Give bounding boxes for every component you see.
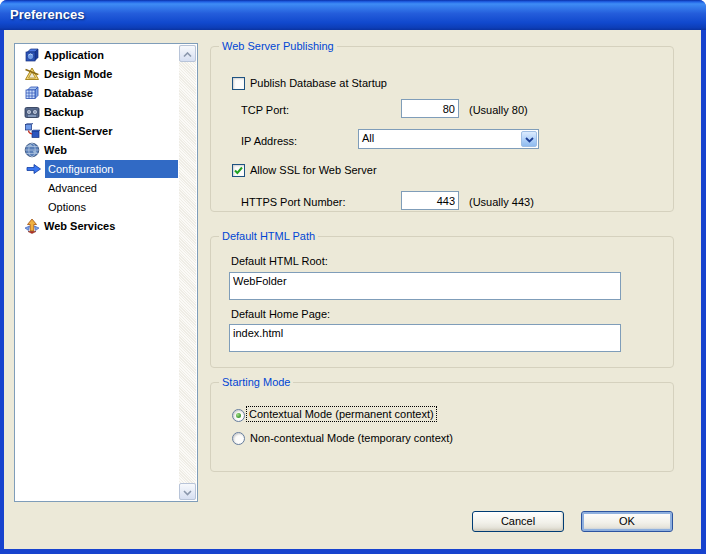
non-contextual-mode-label: Non-contextual Mode (temporary context)	[250, 432, 453, 444]
chevron-down-icon	[525, 133, 534, 145]
sidebar-item-label: Application	[44, 49, 104, 61]
publish-at-startup-label: Publish Database at Startup	[250, 77, 387, 89]
preferences-dialog: Preferences Application Design Mode Data…	[0, 0, 706, 554]
sidebar-item-backup[interactable]: Backup	[15, 103, 197, 122]
sidebar-item-label: Advanced	[48, 182, 97, 194]
sidebar-item-web[interactable]: Web	[15, 141, 197, 160]
selection-arrow-icon	[26, 161, 42, 177]
allow-ssl-checkbox[interactable]	[232, 164, 245, 177]
web-icon	[24, 142, 40, 158]
tree-scrollbar[interactable]	[179, 45, 196, 500]
https-port-input[interactable]	[401, 191, 459, 210]
sidebar-item-web-services[interactable]: Web Services	[15, 217, 197, 236]
sidebar-item-label: Client-Server	[44, 125, 112, 137]
ip-address-value: All	[362, 132, 374, 144]
tcp-port-input[interactable]	[401, 99, 459, 118]
sidebar-item-advanced[interactable]: Advanced	[15, 179, 197, 198]
sidebar-item-database[interactable]: Database	[15, 84, 197, 103]
database-icon	[24, 85, 40, 101]
web-server-publishing-group: Web Server Publishing Publish Database a…	[210, 46, 674, 212]
sidebar-item-design-mode[interactable]: Design Mode	[15, 65, 197, 84]
ok-button[interactable]: OK	[581, 511, 673, 532]
sidebar-item-label: Design Mode	[44, 68, 112, 80]
html-root-input[interactable]	[229, 272, 621, 300]
sidebar-item-options[interactable]: Options	[15, 198, 197, 217]
category-tree: Application Design Mode Database Backup	[14, 43, 198, 502]
ip-address-select[interactable]: All	[358, 129, 539, 149]
ip-address-label: IP Address:	[241, 135, 297, 147]
sidebar-item-client-server[interactable]: Client-Server	[15, 122, 197, 141]
backup-icon	[24, 104, 40, 120]
radio-dot	[236, 413, 241, 418]
scroll-down-button[interactable]	[179, 483, 196, 500]
publish-at-startup-checkbox[interactable]	[232, 77, 245, 90]
sidebar-item-configuration[interactable]: Configuration	[15, 160, 197, 179]
chevron-up-icon	[183, 48, 192, 60]
default-html-path-group: Default HTML Path Default HTML Root: Def…	[210, 236, 674, 368]
window-title: Preferences	[10, 0, 84, 30]
https-port-label: HTTPS Port Number:	[241, 196, 346, 208]
title-bar[interactable]: Preferences	[0, 0, 706, 30]
cancel-button[interactable]: Cancel	[472, 511, 564, 532]
scroll-up-button[interactable]	[179, 45, 196, 62]
html-root-label: Default HTML Root:	[231, 255, 328, 267]
sidebar-item-application[interactable]: Application	[15, 46, 197, 65]
sidebar-item-label: Configuration	[48, 163, 113, 175]
group-title: Web Server Publishing	[219, 40, 337, 52]
sidebar-item-label: Backup	[44, 106, 84, 118]
https-port-hint: (Usually 443)	[469, 196, 534, 208]
chevron-down-icon	[183, 486, 192, 498]
combo-drop-button[interactable]	[521, 131, 537, 147]
sidebar-item-label: Database	[44, 87, 93, 99]
contextual-mode-radio[interactable]	[232, 409, 245, 422]
sidebar-item-label: Web Services	[44, 220, 115, 232]
client-server-icon	[24, 123, 40, 139]
non-contextual-mode-radio[interactable]	[232, 432, 245, 445]
group-title: Default HTML Path	[219, 230, 318, 242]
application-icon	[24, 47, 40, 63]
sidebar-item-label: Web	[44, 144, 67, 156]
home-page-input[interactable]	[229, 324, 621, 352]
tcp-port-label: TCP Port:	[241, 104, 289, 116]
web-services-icon	[24, 218, 40, 234]
allow-ssl-label: Allow SSL for Web Server	[250, 164, 377, 176]
contextual-mode-label: Contextual Mode (permanent context)	[247, 407, 436, 421]
home-page-label: Default Home Page:	[231, 308, 330, 320]
sidebar-item-label: Options	[48, 201, 86, 213]
group-title: Starting Mode	[219, 376, 293, 388]
starting-mode-group: Starting Mode Contextual Mode (permanent…	[210, 382, 674, 472]
check-icon	[233, 165, 244, 176]
tcp-port-hint: (Usually 80)	[469, 104, 528, 116]
design-mode-icon	[24, 66, 40, 82]
